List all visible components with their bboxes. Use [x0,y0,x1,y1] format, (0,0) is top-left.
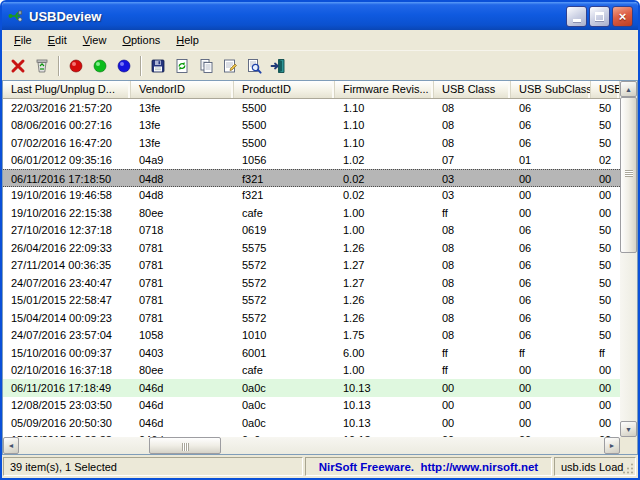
cell-usb-subclass: 06 [511,309,591,327]
green-ball-button[interactable] [88,54,112,78]
cell-vendor-id: 0718 [131,222,234,240]
cell-firmware-revision: 6.00 [335,344,434,362]
copy-button[interactable] [194,54,218,78]
copy-icon [197,57,215,75]
menu-view[interactable]: View [75,32,115,48]
exit-button[interactable] [266,54,290,78]
scroll-down-button[interactable]: ▼ [620,421,637,437]
minimize-icon [573,19,581,22]
cell-firmware-revision: 1.00 [335,362,434,380]
cell-firmware-revision: 1.26 [335,239,434,257]
table-row[interactable]: 12/08/2015 23:03:50 046d 0a0c 10.13 00 0… [3,397,620,415]
scrollbar-corner [620,437,637,454]
find-button[interactable] [242,54,266,78]
cell-usb-subclass: 06 [511,327,591,345]
horizontal-scroll-thumb[interactable] [149,437,221,454]
vertical-scroll-track[interactable] [620,97,637,421]
table-row[interactable]: 22/03/2016 21:57:20 13fe 5500 1.10 08 06… [3,99,620,117]
table-row[interactable]: 06/11/2016 17:18:49 046d 0a0c 10.13 00 0… [3,379,620,397]
cell-usb-protocol: 50 [591,239,620,257]
cell-vendor-id: 13fe [131,99,234,117]
cell-usb-protocol: ff [591,344,620,362]
cell-product-id: 6001 [234,344,335,362]
cell-usb-protocol: 00 [591,414,620,432]
table-row[interactable]: 19/10/2016 22:15:38 80ee cafe 1.00 ff 00… [3,204,620,222]
minimize-button[interactable] [566,6,587,27]
menu-help[interactable]: Help [168,32,207,48]
menu-edit[interactable]: Edit [40,32,75,48]
close-button[interactable]: × [612,6,633,27]
vertical-scroll-thumb[interactable] [620,97,637,253]
table-row[interactable]: 27/11/2014 00:36:35 0781 5572 1.27 08 06… [3,257,620,275]
table-row[interactable]: 02/10/2016 16:37:18 80ee cafe 1.00 ff 00… [3,362,620,380]
column-header-usb-class[interactable]: USB Class [434,81,511,98]
cell-usb-subclass: 00 [511,379,591,397]
cell-usb-protocol: 50 [591,309,620,327]
column-header-row: Last Plug/Unplug D... VendorID ProductID… [3,81,620,99]
scroll-up-button[interactable]: ▲ [620,81,637,97]
save-button[interactable] [146,54,170,78]
horizontal-scroll-track[interactable] [19,437,604,454]
cell-firmware-revision: 1.75 [335,327,434,345]
table-row[interactable]: 26/04/2016 22:09:33 0781 5575 1.26 08 06… [3,239,620,257]
column-header-product-id[interactable]: ProductID [234,81,335,98]
cell-usb-subclass: 06 [511,257,591,275]
cell-product-id: 1010 [234,327,335,345]
cell-usb-class: 00 [434,414,511,432]
scroll-left-button[interactable]: ◄ [3,437,19,454]
cell-vendor-id: 046d [131,379,234,397]
maximize-icon [595,12,604,21]
table-row[interactable]: 06/11/2016 17:18:50 04d8 f321 0.02 03 00… [3,169,620,187]
cell-product-id: 5500 [234,99,335,117]
table-row[interactable]: 15/01/2015 22:58:47 0781 5572 1.26 08 06… [3,292,620,310]
menu-file[interactable]: File [6,32,40,48]
column-header-last-plug-date[interactable]: Last Plug/Unplug D... [3,81,131,98]
column-header-usb-subclass[interactable]: USB SubClass [511,81,591,98]
cell-usb-protocol: 50 [591,222,620,240]
cell-firmware-revision: 10.13 [335,414,434,432]
cell-usb-protocol: 50 [591,327,620,345]
cell-usb-protocol: 50 [591,274,620,292]
cell-vendor-id: 0781 [131,309,234,327]
cell-product-id: 0a0c [234,379,335,397]
table-row[interactable]: 05/09/2016 20:50:30 046d 0a0c 10.13 00 0… [3,414,620,432]
refresh-button[interactable] [170,54,194,78]
resize-grip[interactable] [622,462,634,474]
scroll-right-button[interactable]: ► [604,437,620,454]
device-list-main: Last Plug/Unplug D... VendorID ProductID… [3,81,620,454]
cell-usb-class: 08 [434,134,511,152]
cell-usb-subclass: 00 [511,397,591,415]
table-row[interactable]: 15/10/2016 00:09:37 0403 6001 6.00 ff ff… [3,344,620,362]
vertical-scrollbar: ▲ ▼ [620,81,637,454]
cell-usb-class: ff [434,362,511,380]
column-header-firmware-revision[interactable]: Firmware Revis... [335,81,434,98]
properties-button[interactable] [218,54,242,78]
table-row[interactable]: 08/06/2016 00:27:16 13fe 5500 1.10 08 06… [3,117,620,135]
blue-ball-button[interactable] [112,54,136,78]
cell-product-id: cafe [234,362,335,380]
title-bar[interactable]: USBDeview × [2,2,638,30]
column-header-usb-protocol[interactable]: USB [591,81,620,98]
uninstall-button[interactable] [30,54,54,78]
toolbar [2,51,638,80]
cell-last-plug-date: 07/02/2016 16:47:20 [3,134,131,152]
nirsoft-link[interactable]: NirSoft Freeware. http://www.nirsoft.net [319,461,538,473]
cell-usb-class: 07 [434,152,511,170]
cell-last-plug-date: 24/07/2016 23:40:47 [3,274,131,292]
table-row[interactable]: 24/07/2016 23:57:04 1058 1010 1.75 08 06… [3,327,620,345]
table-row[interactable]: 07/02/2016 16:47:20 13fe 5500 1.10 08 06… [3,134,620,152]
cell-firmware-revision: 10.13 [335,379,434,397]
table-row[interactable]: 06/01/2012 09:35:16 04a9 1056 1.02 07 01… [3,152,620,170]
column-header-vendor-id[interactable]: VendorID [131,81,234,98]
table-row[interactable]: 15/04/2014 00:09:23 0781 5572 1.26 08 06… [3,309,620,327]
table-row[interactable]: 24/07/2016 23:40:47 0781 5572 1.27 08 06… [3,274,620,292]
cell-vendor-id: 1058 [131,327,234,345]
delete-button[interactable] [6,54,30,78]
table-row[interactable]: 19/10/2016 19:46:58 04d8 f321 0.02 03 00… [3,187,620,205]
menu-options[interactable]: Options [114,32,168,48]
blue-ball-icon [116,58,132,74]
table-row[interactable]: 27/10/2016 12:37:18 0718 0619 1.00 08 06… [3,222,620,240]
cell-usb-protocol: 02 [591,152,620,170]
red-ball-button[interactable] [64,54,88,78]
maximize-button[interactable] [589,6,610,27]
